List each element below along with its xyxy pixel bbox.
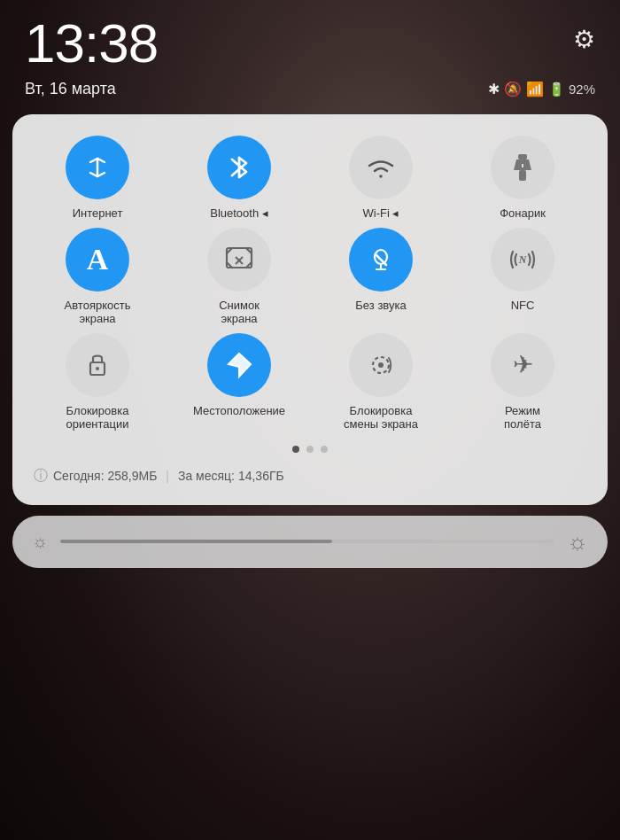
tile-bluetooth[interactable]: Bluetooth ◂ <box>168 136 310 221</box>
mute-icon <box>349 228 413 292</box>
dot-1 <box>292 446 299 453</box>
status-icons: ✱ 🔕 📶 🔋 92% <box>488 81 595 97</box>
today-usage: Сегодня: 258,9МБ <box>53 469 157 483</box>
screenlock-icon <box>66 333 129 397</box>
tile-screenshot[interactable]: Снимокэкрана <box>168 228 310 326</box>
svg-point-12 <box>378 362 384 368</box>
autobright-label: Автояркостьэкрана <box>65 299 131 326</box>
bluetooth-icon <box>207 136 271 199</box>
silent-status-icon: 🔕 <box>504 81 522 97</box>
brightness-high-icon: ☼ <box>567 528 588 556</box>
svg-text:N: N <box>518 253 528 266</box>
mute-label: Без звука <box>355 299 406 313</box>
rotlock-icon <box>349 333 413 397</box>
bluetooth-status-icon: ✱ <box>488 81 500 97</box>
gear-icon: ⚙ <box>573 26 595 53</box>
svg-rect-1 <box>519 170 526 181</box>
month-usage: За месяц: 14,36ГБ <box>178 469 284 483</box>
info-icon: ⓘ <box>34 467 48 486</box>
tile-nfc[interactable]: N NFC <box>452 228 593 326</box>
tile-mute[interactable]: Без звука <box>310 228 452 326</box>
battery-indicator: 🔋 92% <box>548 82 595 97</box>
autobright-icon: A <box>66 228 129 292</box>
tile-rotlock[interactable]: Блокировкасмены экрана <box>310 333 452 432</box>
tile-internet[interactable]: Интернет <box>27 136 168 221</box>
screenshot-label: Снимокэкрана <box>219 299 260 326</box>
internet-label: Интернет <box>73 206 123 221</box>
page-dots <box>27 446 593 453</box>
signal-icon: 📶 <box>526 81 544 97</box>
dot-2 <box>306 446 314 453</box>
screenshot-icon <box>207 228 271 292</box>
tile-flashlight[interactable]: Фонарик <box>452 136 593 221</box>
rotlock-label: Блокировкасмены экрана <box>344 404 418 432</box>
wifi-label: Wi-Fi ◂ <box>363 206 399 221</box>
wifi-icon <box>349 136 413 199</box>
quick-grid: Интернет Bluetooth ◂ Wi-Fi ◂ <box>27 136 593 432</box>
svg-point-10 <box>96 367 99 370</box>
tile-location[interactable]: Местоположение <box>168 333 310 432</box>
location-icon <box>207 333 271 397</box>
brightness-fill <box>60 540 332 543</box>
svg-rect-0 <box>518 154 527 159</box>
flashlight-label: Фонарик <box>500 206 546 221</box>
nfc-icon: N <box>491 228 554 292</box>
nfc-label: NFC <box>511 299 535 313</box>
tile-wifi[interactable]: Wi-Fi ◂ <box>310 136 452 221</box>
data-usage-row: ⓘ Сегодня: 258,9МБ | За месяц: 14,36ГБ <box>27 463 593 489</box>
airplane-icon: ✈ <box>491 333 554 397</box>
status-bar: 13:38 ⚙ <box>0 0 620 76</box>
brightness-low-icon: ☼ <box>32 532 48 552</box>
airplane-label: Режимполёта <box>504 404 541 432</box>
date-text: Вт, 16 марта <box>25 80 116 98</box>
location-label: Местоположение <box>193 404 285 418</box>
quick-settings-panel: Интернет Bluetooth ◂ Wi-Fi ◂ <box>12 114 608 505</box>
bluetooth-label: Bluetooth ◂ <box>210 206 268 221</box>
brightness-bar[interactable]: ☼ ☼ <box>12 516 608 568</box>
tile-autobright[interactable]: A Автояркостьэкрана <box>27 228 168 326</box>
brightness-track[interactable] <box>60 540 554 543</box>
dot-3 <box>321 446 328 453</box>
clock: 13:38 <box>25 16 158 71</box>
settings-button[interactable]: ⚙ <box>573 25 595 54</box>
date-status-row: Вт, 16 марта ✱ 🔕 📶 🔋 92% <box>0 76 620 98</box>
internet-icon <box>66 136 129 199</box>
screenlock-label: Блокировкаориентации <box>66 404 128 432</box>
tile-airplane[interactable]: ✈ Режимполёта <box>452 333 593 432</box>
flashlight-icon <box>491 136 554 199</box>
separator: | <box>166 469 169 483</box>
tile-screenlock[interactable]: Блокировкаориентации <box>27 333 168 432</box>
